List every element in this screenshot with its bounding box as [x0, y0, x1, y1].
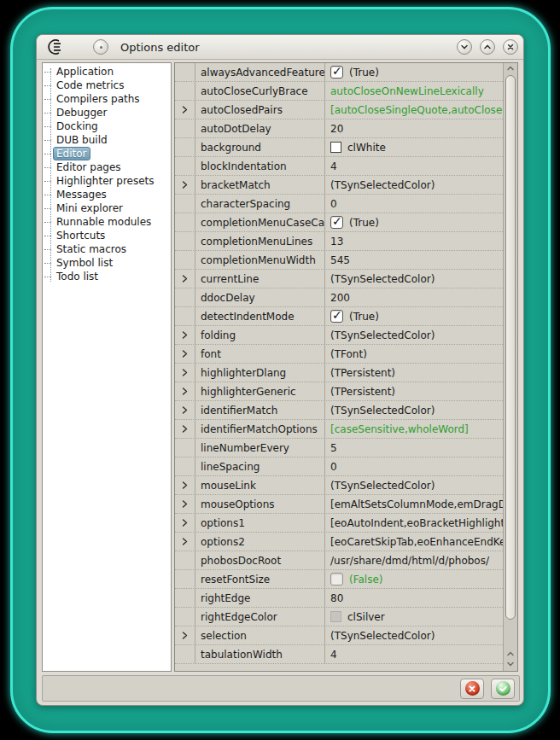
row-gutter[interactable] — [175, 533, 195, 551]
property-row[interactable]: blockIndentation 4 — [175, 157, 503, 176]
property-row[interactable]: completionMenuWidth 545 — [175, 251, 503, 270]
expand-chevron-icon[interactable] — [181, 481, 189, 490]
property-row[interactable]: detectIndentMode (True) — [175, 307, 503, 326]
property-row[interactable]: lineNumberEvery 5 — [175, 439, 503, 457]
row-gutter[interactable] — [175, 551, 195, 569]
property-value-cell[interactable]: 545 — [325, 251, 503, 269]
expand-chevron-icon[interactable] — [181, 424, 189, 434]
row-gutter[interactable] — [175, 570, 195, 588]
sidebar-item[interactable]: Debugger — [43, 106, 171, 119]
row-gutter[interactable] — [175, 401, 195, 419]
property-value-cell[interactable]: [emAltSetsColumnMode,emDragDr — [325, 495, 503, 513]
row-gutter[interactable] — [175, 645, 195, 663]
property-value-cell[interactable]: [autoCloseSingleQuote,autoCloseD — [325, 101, 503, 119]
property-value-cell[interactable]: 13 — [325, 232, 503, 250]
property-value-cell[interactable]: [eoCaretSkipTab,eoEnhanceEndKe — [325, 533, 503, 551]
row-gutter[interactable] — [175, 326, 195, 344]
property-value-cell[interactable]: 200 — [325, 288, 503, 306]
property-value-cell[interactable]: autoCloseOnNewLineLexically — [325, 82, 503, 100]
property-value-cell[interactable]: (TSynSelectedColor) — [325, 626, 503, 644]
property-row[interactable]: lineSpacing 0 — [175, 457, 503, 476]
row-gutter[interactable] — [175, 270, 195, 288]
property-value-cell[interactable]: clWhite — [325, 138, 503, 156]
vertical-scrollbar[interactable] — [503, 63, 517, 671]
property-value-cell[interactable]: (True) — [325, 213, 503, 231]
expand-chevron-icon[interactable] — [181, 105, 189, 114]
row-gutter[interactable] — [175, 213, 195, 231]
row-gutter[interactable] — [175, 232, 195, 250]
property-row[interactable]: autoDotDelay 20 — [175, 119, 503, 138]
property-value-cell[interactable]: (TSynSelectedColor) — [325, 401, 503, 419]
sidebar-item[interactable]: Highlighter presets — [43, 174, 171, 188]
row-gutter[interactable] — [175, 495, 195, 513]
expand-chevron-icon[interactable] — [181, 387, 189, 396]
property-row[interactable]: tabulationWidth 4 — [175, 645, 503, 664]
property-row[interactable]: identifierMatch (TSynSelectedColor) — [175, 401, 503, 420]
sidebar-item[interactable]: Code metrics — [43, 79, 171, 92]
accept-button[interactable] — [491, 679, 515, 699]
expand-chevron-icon[interactable] — [181, 537, 189, 546]
titlebar[interactable]: Options editor — [37, 35, 523, 60]
row-gutter[interactable] — [175, 138, 195, 156]
row-gutter[interactable] — [175, 439, 195, 457]
row-gutter[interactable] — [175, 195, 195, 213]
row-gutter[interactable] — [175, 514, 195, 532]
expand-chevron-icon[interactable] — [181, 330, 189, 340]
property-value-cell[interactable]: [caseSensitive,wholeWord] — [325, 420, 503, 438]
window-menu-button[interactable] — [93, 39, 108, 55]
expand-chevron-icon[interactable] — [181, 499, 189, 509]
property-row[interactable]: rightEdge 80 — [175, 589, 503, 608]
row-gutter[interactable] — [175, 345, 195, 363]
property-row[interactable]: completionMenuCaseCare (True) — [175, 213, 503, 232]
property-row[interactable]: identifierMatchOptions [caseSensitive,wh… — [175, 420, 503, 439]
row-gutter[interactable] — [175, 420, 195, 438]
sidebar-item[interactable]: Symbol list — [43, 256, 171, 270]
sidebar-item[interactable]: Compilers paths — [43, 92, 171, 106]
value-checkbox[interactable] — [330, 216, 343, 229]
expand-chevron-icon[interactable] — [181, 368, 189, 377]
sidebar-item[interactable]: Messages — [43, 188, 171, 201]
property-row[interactable]: background clWhite — [175, 138, 503, 157]
property-value-cell[interactable]: 4 — [325, 645, 503, 663]
property-row[interactable]: highlighterDlang (TPersistent) — [175, 364, 503, 382]
property-value-cell[interactable]: (TSynSelectedColor) — [325, 270, 503, 288]
expand-chevron-icon[interactable] — [181, 180, 189, 189]
maximize-button[interactable] — [480, 39, 495, 55]
property-value-cell[interactable]: clSilver — [325, 608, 503, 626]
value-checkbox[interactable] — [330, 66, 343, 79]
sidebar-item[interactable]: Mini explorer — [43, 201, 171, 215]
property-row[interactable]: highlighterGeneric (TPersistent) — [175, 382, 503, 401]
property-row[interactable]: autoCloseCurlyBrace autoCloseOnNewLineLe… — [175, 82, 503, 101]
row-gutter[interactable] — [175, 82, 195, 100]
property-row[interactable]: bracketMatch (TSynSelectedColor) — [175, 176, 503, 195]
property-row[interactable]: ddocDelay 200 — [175, 288, 503, 307]
row-gutter[interactable] — [175, 119, 195, 137]
row-gutter[interactable] — [175, 157, 195, 175]
property-value-cell[interactable]: 5 — [325, 439, 503, 457]
expand-chevron-icon[interactable] — [181, 405, 189, 415]
property-value-cell[interactable]: (TPersistent) — [325, 382, 503, 400]
property-value-cell[interactable]: (TSynSelectedColor) — [325, 326, 503, 344]
value-checkbox[interactable] — [330, 573, 343, 586]
property-row[interactable]: font (TFont) — [175, 345, 503, 364]
property-value-cell[interactable]: (False) — [325, 570, 503, 588]
property-value-cell[interactable]: (True) — [325, 307, 503, 325]
row-gutter[interactable] — [175, 101, 195, 119]
property-row[interactable]: options1 [eoAutoIndent,eoBracketHighligh… — [175, 514, 503, 533]
property-row[interactable]: rightEdgeColor clSilver — [175, 608, 503, 626]
expand-chevron-icon[interactable] — [181, 349, 189, 358]
property-row[interactable]: options2 [eoCaretSkipTab,eoEnhanceEndKe — [175, 533, 503, 551]
row-gutter[interactable] — [175, 251, 195, 269]
row-gutter[interactable] — [175, 176, 195, 194]
row-gutter[interactable] — [175, 382, 195, 400]
row-gutter[interactable] — [175, 307, 195, 325]
property-row[interactable]: autoClosedPairs [autoCloseSingleQuote,au… — [175, 101, 503, 119]
row-gutter[interactable] — [175, 626, 195, 644]
sidebar-item[interactable]: Application — [43, 65, 171, 79]
property-row[interactable]: mouseLink (TSynSelectedColor) — [175, 476, 503, 495]
property-value-cell[interactable]: (TSynSelectedColor) — [325, 176, 503, 194]
row-gutter[interactable] — [175, 476, 195, 494]
property-value-cell[interactable]: (TPersistent) — [325, 364, 503, 382]
property-value-cell[interactable]: (TSynSelectedColor) — [325, 476, 503, 494]
property-value-cell[interactable]: (True) — [325, 63, 503, 81]
